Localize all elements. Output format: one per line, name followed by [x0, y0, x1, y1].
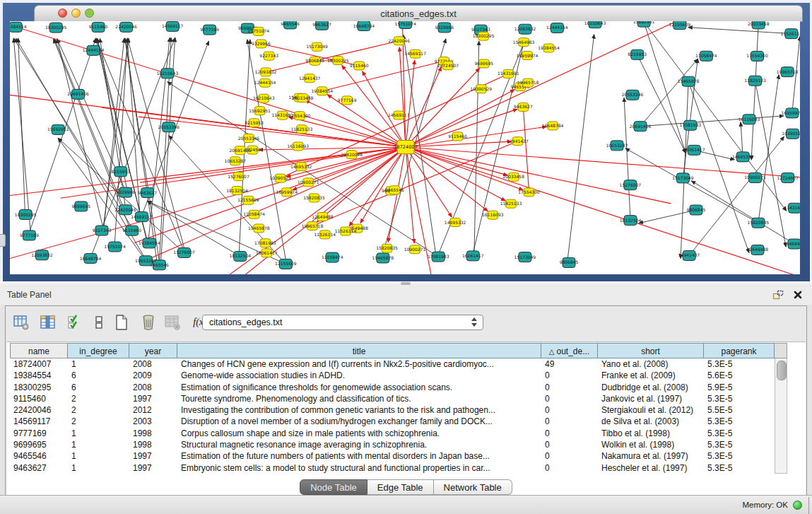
graph-node-label: 16648784 — [542, 123, 564, 128]
graph-node-label: 12649488 — [312, 214, 334, 219]
network-window-titlebar[interactable]: citations_edges.txt — [34, 5, 803, 22]
row-height-button[interactable] — [89, 313, 109, 332]
graph-node-label: 18132504 — [226, 188, 248, 193]
graph-node-label: 18300295 — [327, 58, 349, 63]
graph-node-label: 14569117 — [404, 51, 426, 56]
memory-status-label: Memory: OK — [742, 496, 788, 514]
graph-edge — [139, 117, 406, 147]
table-cell: Tourette syndrome. Phenomenology and cla… — [177, 393, 541, 404]
graph-node-label: 9329966 — [435, 25, 454, 30]
table-cell: 9115460 — [10, 393, 68, 404]
graph-edge — [305, 100, 406, 147]
column-header-out-degree[interactable]: △out_de... — [541, 343, 598, 358]
graph-node-label: 11058474 — [322, 255, 343, 259]
graph-node-label: 16210643 — [157, 71, 179, 76]
create-column-button[interactable] — [112, 313, 131, 332]
table-cell: 14569117 — [10, 416, 68, 427]
graph-node-label: 9329966 — [116, 189, 135, 194]
graph-node-label: 10653287 — [135, 258, 157, 263]
table-cell: 9465546 — [10, 450, 68, 462]
table-cell: 6 — [68, 382, 129, 393]
table-cell: 5.3E-5 — [704, 462, 775, 474]
graph-node-label: 9777169 — [338, 98, 357, 103]
table-row[interactable]: 977716911998Corpus callosum shape and si… — [10, 428, 775, 439]
graph-node-label: 15820835 — [303, 195, 325, 200]
memory-ok-indicator[interactable] — [793, 501, 802, 510]
graph-edge — [406, 147, 671, 204]
table-cell: 5.3E-5 — [704, 358, 775, 370]
table-row[interactable]: 1830029562008Estimation of significance … — [10, 382, 775, 393]
graph-node-label: 15692951 — [249, 108, 271, 113]
column-header-name[interactable]: name — [10, 343, 68, 358]
float-panel-icon[interactable] — [772, 290, 784, 300]
graph-node-label: 19965718 — [302, 223, 324, 228]
delete-column-button[interactable] — [139, 313, 158, 332]
table-cell: Genome-wide association studies in ADHD. — [177, 370, 541, 381]
graph-node-label: 9329966 — [252, 41, 271, 46]
column-header-title[interactable]: title — [177, 343, 541, 358]
graph-node-label: 15173049 — [672, 175, 694, 180]
table-row[interactable]: 946554611997Estimation of the future num… — [10, 450, 775, 462]
column-header-in-degree[interactable]: in_degree — [68, 343, 129, 358]
table-row[interactable]: 946362711997Embryonic stem cells: a mode… — [10, 462, 775, 474]
table-cell: 0 — [541, 382, 598, 393]
graph-node-label: 12444154 — [83, 47, 105, 52]
table-cell: Wolkin et al. (1998) — [598, 439, 704, 450]
graph-node-label: 16959974 — [782, 110, 800, 115]
graph-node-label: 15276007 — [173, 250, 195, 255]
column-header-short[interactable]: short — [598, 343, 704, 358]
graph-edge — [10, 22, 406, 147]
table-row[interactable]: 1938455462009Genome-wide association stu… — [10, 370, 775, 381]
select-columns-button[interactable] — [65, 313, 85, 332]
table-cell: 1997 — [129, 393, 177, 404]
table-cell: 2008 — [129, 382, 177, 393]
table-scrollbar[interactable] — [775, 358, 787, 474]
table-cell: 5.9E-5 — [704, 382, 775, 393]
graph-node-label: 12649488 — [747, 247, 769, 252]
show-columns-button[interactable] — [38, 313, 58, 332]
delete-table-button[interactable] — [163, 313, 182, 332]
tab-node-table[interactable]: Node Table — [300, 479, 367, 495]
table-selector-dropdown[interactable]: citations_edges.txt — [202, 315, 483, 330]
table-row[interactable]: 969969511998Structural magnetic resonanc… — [10, 439, 775, 450]
table-panel: Table Panel — [0, 286, 812, 514]
graph-node-label: 9699695 — [474, 61, 493, 66]
table-cell: 0 — [541, 428, 598, 439]
graph-node-label: 16061417 — [462, 253, 484, 258]
graph-node-label: 9699695 — [71, 204, 90, 209]
graph-node-label: 19384554 — [311, 88, 333, 93]
column-header-pagerank[interactable]: pagerank — [704, 343, 775, 358]
graph-node-label: 20691406 — [230, 148, 252, 153]
graph-node-label: 18300295 — [473, 33, 495, 38]
graph-node-label: 9777169 — [200, 27, 219, 32]
table-mode-button[interactable] — [11, 313, 31, 332]
table-toolbar: f(x) citations_edges.txt — [6, 306, 806, 340]
graph-node-label: 15820835 — [376, 245, 398, 250]
left-panel-collapse-handle[interactable] — [0, 234, 6, 247]
graph-node-label: 16959974 — [276, 189, 298, 194]
close-panel-icon[interactable] — [793, 290, 803, 300]
table-panel-header: Table Panel — [0, 286, 812, 305]
graph-node-label: 10390529 — [471, 86, 493, 91]
table-row[interactable]: 1456911722003Disruption of a novel membe… — [10, 416, 775, 427]
graph-node-label: 17081983 — [680, 122, 702, 127]
table-row[interactable]: 1872400712008Changes of HCN gene express… — [10, 358, 775, 370]
tab-network-table[interactable]: Network Table — [434, 479, 512, 495]
graph-node-label: 20691406 — [67, 91, 89, 96]
table-cell: 2003 — [129, 416, 177, 427]
graph-node-label: 15276007 — [620, 182, 642, 187]
scrollbar-thumb[interactable] — [777, 361, 787, 380]
table-panel-title: Table Panel — [7, 286, 52, 305]
network-canvas[interactable]: 1938455418300295911546022420046145691179… — [10, 21, 800, 274]
graph-node-label: 9227343 — [259, 53, 278, 58]
tab-edge-table[interactable]: Edge Table — [367, 479, 434, 495]
table-row[interactable]: 2242004622012Investigating the contribut… — [10, 404, 775, 416]
column-header-year[interactable]: year — [129, 343, 177, 358]
graph-node-label: 12155609 — [237, 197, 259, 202]
table-row[interactable]: 911546021997Tourette syndrome. Phenomeno… — [10, 393, 775, 404]
dropdown-arrows-icon — [471, 317, 478, 327]
graph-node-label: 22420046 — [341, 152, 363, 157]
graph-edge — [342, 66, 406, 147]
table-cell: Corpus callosum shape and size in male p… — [177, 428, 541, 439]
table-cell: Investigating the contribution of common… — [177, 404, 541, 416]
